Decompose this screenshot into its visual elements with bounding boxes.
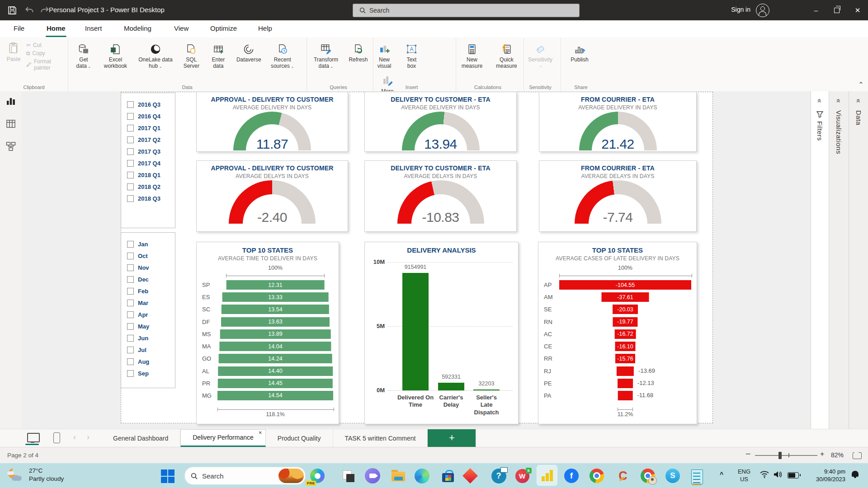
slicer-item[interactable]: 2017 Q3 bbox=[121, 145, 175, 157]
checkbox-icon[interactable] bbox=[127, 183, 134, 190]
checkbox-icon[interactable] bbox=[127, 288, 134, 295]
slicer-item[interactable]: Dec bbox=[121, 273, 175, 285]
new-visual-button[interactable]: New visual bbox=[373, 41, 395, 69]
sensitivity-button[interactable]: Sensitivity ⌄ bbox=[523, 41, 557, 68]
checkbox-icon[interactable] bbox=[127, 335, 134, 342]
slicer-item[interactable]: 2016 Q4 bbox=[121, 110, 175, 122]
slicer-item[interactable]: Apr bbox=[121, 309, 175, 320]
menu-modeling[interactable]: Modeling bbox=[122, 20, 153, 38]
checkbox-icon[interactable] bbox=[127, 172, 134, 178]
power-bi-taskbar-icon[interactable] bbox=[537, 465, 557, 486]
close-tab-icon[interactable]: ✕ bbox=[258, 431, 262, 435]
language-switcher[interactable]: ENG US bbox=[733, 468, 755, 483]
checkbox-icon[interactable] bbox=[127, 264, 134, 271]
start-button[interactable] bbox=[157, 466, 177, 486]
previous-page-icon[interactable]: ‹ bbox=[73, 432, 76, 442]
chrome-icon[interactable] bbox=[587, 466, 607, 486]
gauge-card[interactable]: DELIVERY TO CUSTOMER - ETAAVERAGE DELAYS… bbox=[364, 160, 517, 232]
slicer-item[interactable]: Mar bbox=[121, 297, 175, 309]
page-tab-task5-comment[interactable]: TASK 5 written Comment bbox=[333, 429, 428, 447]
dataverse-button[interactable]: Dataverse bbox=[235, 41, 263, 63]
redo-icon[interactable] bbox=[40, 5, 50, 15]
page-tab-product-quality[interactable]: Product Quality bbox=[266, 429, 333, 447]
hidden-icons-button[interactable]: ^ bbox=[720, 471, 723, 478]
diamond-app-icon[interactable] bbox=[460, 466, 480, 486]
checkbox-icon[interactable] bbox=[127, 136, 134, 143]
help-mail-app-icon[interactable]: ? bbox=[489, 466, 509, 486]
menu-insert[interactable]: Insert bbox=[83, 20, 104, 38]
month-slicer[interactable]: JanOctNovDecFebMarAprMayJunJulAugSep bbox=[121, 232, 175, 388]
taskbar-search-box[interactable]: Search bbox=[184, 467, 306, 485]
sql-server-button[interactable]: SQL Server bbox=[181, 41, 202, 69]
table-view-icon[interactable] bbox=[5, 118, 16, 129]
slicer-item[interactable]: Feb bbox=[121, 285, 175, 297]
next-page-icon[interactable]: › bbox=[87, 432, 90, 442]
notes-app-icon[interactable] bbox=[687, 466, 707, 486]
checkbox-icon[interactable] bbox=[127, 241, 134, 248]
checkbox-icon[interactable] bbox=[127, 347, 134, 353]
filters-panel-collapsed[interactable]: « Filters bbox=[811, 91, 829, 429]
menu-optimize[interactable]: Optimize bbox=[208, 20, 239, 38]
gauge-card[interactable]: FROM COURRIER - ETAAVERAGE DELAYS IN DAY… bbox=[539, 160, 697, 232]
checkbox-icon[interactable] bbox=[127, 113, 134, 120]
expand-panel-icon[interactable]: « bbox=[816, 99, 824, 103]
desktop-view-icon[interactable] bbox=[27, 433, 40, 442]
zoom-out-button[interactable]: – bbox=[746, 449, 750, 458]
battery-icon[interactable] bbox=[788, 472, 799, 479]
menu-file[interactable]: File bbox=[12, 20, 26, 38]
zoom-slider-track[interactable] bbox=[755, 455, 817, 456]
edge-browser-icon[interactable] bbox=[412, 466, 432, 486]
slicer-item[interactable]: 2018 Q3 bbox=[121, 192, 175, 204]
new-page-button[interactable]: + bbox=[428, 429, 476, 447]
funnel-chart-avg-time-to-deliver[interactable]: TOP 10 STATES AVERAGE TIME TO DELIVER IN… bbox=[196, 242, 339, 424]
facebook-icon[interactable]: f bbox=[561, 466, 581, 486]
slicer-item[interactable]: Aug bbox=[121, 356, 175, 367]
checkbox-icon[interactable] bbox=[127, 253, 134, 259]
text-box-button[interactable]: A Text box bbox=[401, 41, 421, 69]
chrome-profile-icon[interactable] bbox=[638, 466, 658, 486]
slicer-item[interactable]: 2018 Q1 bbox=[121, 169, 175, 181]
paste-button[interactable]: Paste bbox=[5, 41, 23, 62]
refresh-button[interactable]: Refresh bbox=[347, 41, 369, 63]
volume-icon[interactable] bbox=[773, 470, 783, 479]
publish-button[interactable]: Publish bbox=[566, 41, 593, 63]
expand-panel-icon[interactable]: « bbox=[854, 99, 863, 103]
fit-to-page-button[interactable] bbox=[853, 452, 862, 459]
gauge-card[interactable]: APPROVAL - DELIVERY TO CUSTOMERAVERAGE D… bbox=[196, 160, 348, 232]
taskbar-clock[interactable]: 9:40 pm 30/09/2023 bbox=[800, 468, 845, 483]
quick-measure-button[interactable]: Quick measure bbox=[492, 41, 520, 69]
slicer-item[interactable]: Sep bbox=[121, 367, 175, 379]
checkbox-icon[interactable] bbox=[127, 358, 134, 365]
report-view-icon[interactable] bbox=[5, 96, 16, 107]
checkbox-icon[interactable] bbox=[127, 300, 134, 306]
slicer-item[interactable]: 2018 Q2 bbox=[121, 181, 175, 192]
file-explorer-icon[interactable] bbox=[388, 466, 408, 486]
copy-button[interactable]: ⧉Copy bbox=[26, 50, 68, 56]
new-measure-button[interactable]: New measure bbox=[458, 41, 486, 69]
microsoft-store-icon[interactable] bbox=[438, 466, 458, 486]
data-panel-collapsed[interactable]: « Data bbox=[849, 91, 868, 429]
wps-office-icon[interactable]: WS bbox=[512, 466, 532, 486]
minimize-button[interactable]: – bbox=[806, 0, 826, 20]
funnel-chart-late-delivery[interactable]: TOP 10 STATES AVERAGE CASES OF LATE DELI… bbox=[538, 242, 697, 424]
titlebar-search-box[interactable]: Search bbox=[353, 4, 580, 17]
menu-help[interactable]: Help bbox=[256, 20, 274, 38]
slicer-item[interactable]: 2017 Q2 bbox=[121, 134, 175, 145]
slicer-item[interactable]: Jul bbox=[121, 344, 175, 356]
excel-workbook-button[interactable]: X Excel workbook bbox=[101, 41, 130, 69]
zoom-in-button[interactable]: + bbox=[820, 450, 824, 458]
transform-data-button[interactable]: Transform data⌄ bbox=[311, 41, 340, 69]
task-view-icon[interactable] bbox=[339, 466, 359, 486]
slicer-item[interactable]: Jan bbox=[121, 238, 175, 250]
mobile-view-icon[interactable] bbox=[53, 432, 60, 443]
menu-home[interactable]: Home bbox=[45, 20, 67, 38]
quarter-slicer[interactable]: 2016 Q32016 Q42017 Q12017 Q22017 Q32017 … bbox=[121, 93, 175, 228]
account-avatar-icon[interactable] bbox=[756, 4, 769, 17]
copilot-icon[interactable]: PRE bbox=[307, 466, 327, 486]
collapse-ribbon-icon[interactable]: ⌃ bbox=[859, 81, 863, 88]
wifi-icon[interactable] bbox=[760, 470, 769, 479]
slicer-item[interactable]: May bbox=[121, 320, 175, 332]
checkbox-icon[interactable] bbox=[127, 311, 134, 318]
checkbox-icon[interactable] bbox=[127, 195, 134, 202]
checkbox-icon[interactable] bbox=[127, 323, 134, 330]
